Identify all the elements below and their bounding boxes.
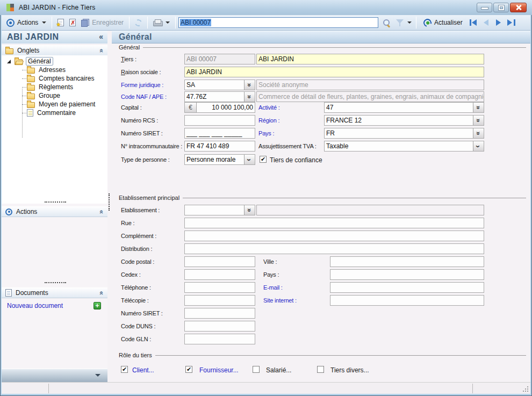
code-postal-field[interactable]: [184, 256, 255, 267]
search-input[interactable]: ABI 00007: [178, 17, 378, 28]
onglets-section-header[interactable]: Onglets »: [2, 45, 107, 56]
complement-field[interactable]: [184, 231, 484, 241]
intracommunautaire-field[interactable]: FR 47 410 489: [184, 141, 255, 152]
site-internet-label[interactable]: Site internet :: [263, 297, 297, 304]
tree-item-adresses[interactable]: Adresses: [2, 66, 107, 74]
documents-section-header[interactable]: Documents »: [2, 287, 107, 298]
actions-section-header[interactable]: Actions »: [2, 206, 107, 217]
status-divider: [472, 384, 473, 393]
maximize-button[interactable]: [493, 3, 509, 12]
tree-expander-icon[interactable]: [7, 60, 11, 63]
filter-icon[interactable]: [396, 19, 404, 27]
sidebar-bottom-bar[interactable]: [2, 369, 107, 382]
etab-siret-field[interactable]: [184, 308, 255, 319]
double-chevron-down-icon[interactable]: »: [244, 80, 255, 90]
code-gln-field[interactable]: [184, 334, 255, 344]
nav-first-button[interactable]: [470, 19, 478, 26]
client-checkbox[interactable]: ✔: [121, 366, 128, 373]
splitter-handle[interactable]: [45, 282, 66, 283]
nav-last-button[interactable]: [507, 19, 515, 26]
onglets-label: Onglets: [17, 47, 39, 54]
tree-item-groupe[interactable]: Groupe: [2, 91, 107, 100]
type-personne-combo[interactable]: Personne morale ›: [184, 154, 255, 165]
double-chevron-down-icon[interactable]: »: [473, 116, 484, 125]
refresh-button[interactable]: [132, 16, 145, 29]
tree-item-comptes-bancaires[interactable]: Comptes bancaires: [2, 74, 107, 83]
sidebar-collapse-button[interactable]: «: [99, 32, 103, 41]
email-field[interactable]: [330, 282, 484, 293]
email-label[interactable]: E-mail :: [263, 284, 283, 291]
code-naf-combo[interactable]: 47.76Z »: [184, 91, 255, 102]
tree-item-reglements[interactable]: Règlements: [2, 83, 107, 91]
tiers-divers-checkbox[interactable]: [317, 366, 324, 373]
client-label[interactable]: Client...: [132, 366, 154, 374]
numero-rcs-field[interactable]: [184, 115, 255, 126]
code-duns-field[interactable]: [184, 321, 255, 332]
panel-dropdown-icon[interactable]: [95, 374, 100, 377]
code-duns-label: Code DUNS :: [121, 323, 155, 329]
chevron-down-icon[interactable]: ›: [244, 155, 255, 164]
folder-icon: [27, 76, 35, 82]
tiers-confiance-checkbox[interactable]: ✔: [260, 156, 267, 163]
fournisseur-checkbox[interactable]: ✔: [185, 366, 192, 373]
double-chevron-down-icon[interactable]: »: [244, 92, 255, 102]
capital-field[interactable]: € 10 000 100,00: [184, 102, 255, 113]
forme-juridique-label[interactable]: Forme juridique :: [121, 82, 163, 88]
add-document-button[interactable]: +: [94, 302, 101, 309]
ville-field[interactable]: [330, 256, 484, 267]
etab-pays-field[interactable]: [330, 269, 484, 280]
cedex-field[interactable]: [184, 269, 255, 280]
print-button[interactable]: [150, 16, 172, 29]
activite-combo[interactable]: 47 »: [324, 102, 484, 113]
close-button[interactable]: [510, 3, 527, 12]
raison-sociale-field[interactable]: ABI JARDIN: [184, 67, 484, 77]
distribution-field[interactable]: [184, 243, 484, 254]
code-naf-label[interactable]: Code NAF / APE :: [121, 93, 167, 100]
activite-label[interactable]: Activité :: [258, 104, 280, 111]
double-chevron-down-icon[interactable]: »: [244, 205, 255, 215]
new-document-link[interactable]: Nouveau document: [7, 302, 63, 309]
pays-combo[interactable]: FR »: [324, 128, 484, 139]
tva-combo[interactable]: Taxable ›: [324, 141, 484, 152]
tree-item-moyen-de-paiement[interactable]: Moyen de paiement: [2, 100, 107, 109]
numero-siret-field[interactable]: ___ ___ ___ _____: [184, 128, 255, 139]
double-chevron-down-icon[interactable]: »: [473, 103, 484, 112]
chevron-down-icon[interactable]: ›: [473, 141, 484, 151]
forme-juridique-combo[interactable]: SA »: [184, 80, 255, 90]
salarie-checkbox[interactable]: [253, 366, 260, 373]
pays-label[interactable]: Pays :: [258, 130, 274, 136]
splitter-handle[interactable]: [45, 201, 66, 203]
actions-menu-button[interactable]: Actions: [4, 16, 49, 29]
print-dropdown-icon: [166, 21, 170, 24]
telecopie-field[interactable]: [184, 295, 255, 306]
folder-icon: [27, 93, 35, 99]
region-combo[interactable]: FRANCE 12 »: [324, 115, 484, 126]
nav-next-button[interactable]: [494, 19, 503, 26]
region-label[interactable]: Région :: [258, 117, 279, 124]
euro-icon[interactable]: €: [185, 103, 197, 112]
telephone-field[interactable]: [184, 282, 255, 293]
tree-item-commentaire[interactable]: Commentaire: [2, 109, 107, 117]
save-button[interactable]: Enregistrer: [78, 16, 126, 29]
site-internet-field[interactable]: [330, 295, 484, 306]
collapse-chevron-icon[interactable]: »: [97, 49, 105, 53]
nav-previous-button[interactable]: [482, 19, 491, 26]
new-record-button[interactable]: ★: [55, 16, 67, 29]
collapse-chevron-icon[interactable]: »: [97, 291, 105, 295]
search-icon[interactable]: [383, 19, 391, 27]
maximize-icon: [499, 5, 504, 10]
double-chevron-down-icon[interactable]: »: [473, 128, 484, 138]
tree-item-general[interactable]: Général: [2, 57, 53, 66]
resize-grip[interactable]: [527, 391, 528, 392]
tva-value: Taxable: [325, 141, 473, 151]
tiers-name-field[interactable]: ABI JARDIN: [256, 54, 484, 64]
minimize-button[interactable]: [477, 3, 492, 12]
collapse-chevron-icon[interactable]: »: [97, 210, 105, 214]
fournisseur-label[interactable]: Fournisseur...: [199, 366, 239, 374]
filter-dropdown-icon[interactable]: [407, 21, 412, 24]
actualiser-button[interactable]: Actualiser: [421, 16, 465, 29]
etablissement-combo[interactable]: »: [184, 205, 255, 215]
sidebar-splitter[interactable]: [107, 31, 112, 382]
rue-field[interactable]: [184, 218, 484, 228]
delete-record-button[interactable]: ✗: [67, 16, 78, 29]
